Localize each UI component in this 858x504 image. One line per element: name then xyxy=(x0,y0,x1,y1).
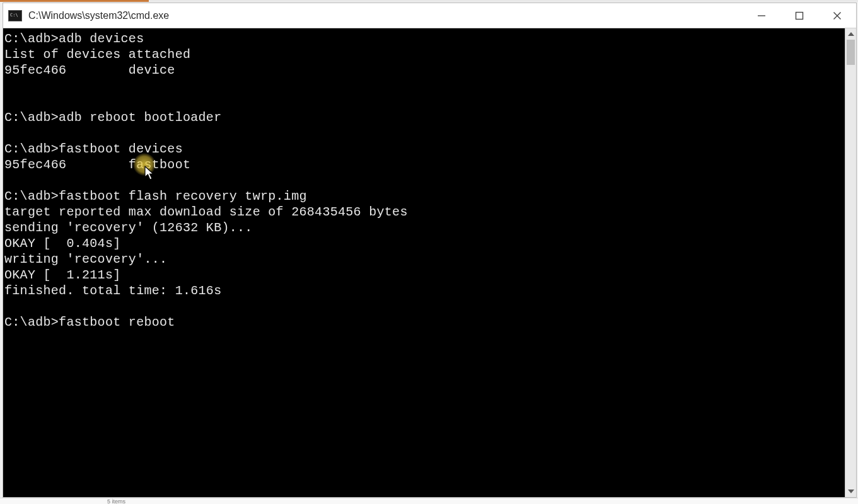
minimize-button[interactable] xyxy=(743,3,780,28)
maximize-button[interactable] xyxy=(780,3,818,28)
top-accent-strip xyxy=(0,0,858,2)
scroll-thumb[interactable] xyxy=(847,40,855,65)
close-icon xyxy=(833,11,842,20)
explorer-statusbar-peek: 5 items xyxy=(0,498,858,504)
cmd-window: C:\ C:\Windows\system32\cmd.exe C:\adb>a… xyxy=(3,3,857,498)
maximize-icon xyxy=(795,11,804,20)
explorer-item-count: 5 items xyxy=(107,498,125,504)
client-area: C:\adb>adb devices List of devices attac… xyxy=(3,28,856,497)
terminal-output[interactable]: C:\adb>adb devices List of devices attac… xyxy=(3,28,845,497)
cmd-icon: C:\ xyxy=(8,10,22,21)
titlebar[interactable]: C:\ C:\Windows\system32\cmd.exe xyxy=(3,3,856,28)
scroll-up-button[interactable] xyxy=(845,28,856,40)
chevron-down-icon xyxy=(848,490,854,493)
chevron-up-icon xyxy=(848,32,854,36)
scroll-down-button[interactable] xyxy=(845,486,856,497)
vertical-scrollbar[interactable] xyxy=(845,28,856,497)
window-title: C:\Windows\system32\cmd.exe xyxy=(28,10,743,21)
window-controls xyxy=(743,3,856,28)
close-button[interactable] xyxy=(818,3,856,28)
minimize-icon xyxy=(757,11,766,20)
svg-rect-1 xyxy=(796,12,803,19)
scroll-track[interactable] xyxy=(845,40,856,486)
cmd-icon-label: C:\ xyxy=(10,13,18,18)
